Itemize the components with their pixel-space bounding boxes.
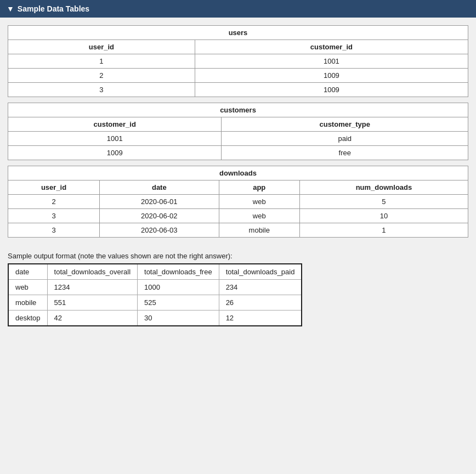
users-row2-customerid: 1009 [195, 69, 468, 83]
table-row: 3 1009 [8, 83, 468, 97]
output-row3-date: desktop [8, 311, 47, 326]
downloads-table-title: downloads [8, 166, 468, 180]
table-row: 1009 free [8, 146, 468, 160]
downloads-col-app: app [219, 180, 299, 195]
output-row2-paid: 26 [219, 295, 302, 311]
dl-row2-num: 10 [299, 209, 468, 223]
downloads-col-date: date [100, 180, 219, 195]
output-col-total-paid: total_downloads_paid [219, 264, 302, 280]
users-row1-customerid: 1001 [195, 54, 468, 69]
customers-row1-type: paid [222, 132, 468, 146]
table-row: 1001 paid [8, 132, 468, 146]
users-table: users user_id customer_id 1 1001 2 1009 … [8, 25, 468, 97]
output-col-total-overall: total_downloads_overall [47, 264, 137, 280]
users-col-customerid: customer_id [195, 40, 468, 54]
customers-row1-id: 1001 [8, 132, 222, 146]
section-title: Sample Data Tables [18, 4, 89, 13]
dl-row3-num: 1 [299, 223, 468, 238]
dl-row1-userid: 2 [8, 195, 100, 209]
users-row1-userid: 1 [8, 54, 195, 69]
dl-row2-userid: 3 [8, 209, 100, 223]
output-col-total-free: total_downloads_free [138, 264, 219, 280]
table-row: 3 2020-06-02 web 10 [8, 209, 468, 223]
table-row: mobile 551 525 26 [8, 295, 302, 311]
toggle-icon[interactable]: ▼ [7, 4, 14, 13]
downloads-col-numdownloads: num_downloads [299, 180, 468, 195]
output-row2-date: mobile [8, 295, 47, 311]
output-row2-free: 525 [138, 295, 219, 311]
downloads-table: downloads user_id date app num_downloads… [8, 166, 468, 238]
customers-table-title: customers [8, 103, 468, 117]
table-row: desktop 42 30 12 [8, 311, 302, 326]
dl-row3-app: mobile [219, 223, 299, 238]
sample-output-note: Sample output format (note the values sh… [8, 252, 468, 260]
output-row2-overall: 551 [47, 295, 137, 311]
content-area: users user_id customer_id 1 1001 2 1009 … [0, 18, 476, 334]
customers-row2-id: 1009 [8, 146, 222, 160]
dl-row3-userid: 3 [8, 223, 100, 238]
output-row1-paid: 234 [219, 280, 302, 295]
table-row: 3 2020-06-03 mobile 1 [8, 223, 468, 238]
output-row3-overall: 42 [47, 311, 137, 326]
dl-row2-date: 2020-06-02 [100, 209, 219, 223]
dl-row3-date: 2020-06-03 [100, 223, 219, 238]
output-row1-overall: 1234 [47, 280, 137, 295]
users-row3-customerid: 1009 [195, 83, 468, 97]
customers-row2-type: free [222, 146, 468, 160]
dl-row1-num: 5 [299, 195, 468, 209]
dl-row1-date: 2020-06-01 [100, 195, 219, 209]
dl-row2-app: web [219, 209, 299, 223]
dl-row1-app: web [219, 195, 299, 209]
customers-col-customertype: customer_type [222, 117, 468, 132]
tables-container: users user_id customer_id 1 1001 2 1009 … [8, 25, 468, 243]
sample-output-table: date total_downloads_overall total_downl… [8, 263, 302, 326]
customers-col-customerid: customer_id [8, 117, 222, 132]
table-row: 2 1009 [8, 69, 468, 83]
output-row3-free: 30 [138, 311, 219, 326]
table-row: 2 2020-06-01 web 5 [8, 195, 468, 209]
users-row2-userid: 2 [8, 69, 195, 83]
output-col-date: date [8, 264, 47, 280]
output-row3-paid: 12 [219, 311, 302, 326]
table-row: web 1234 1000 234 [8, 280, 302, 295]
downloads-col-userid: user_id [8, 180, 100, 195]
section-header: ▼ Sample Data Tables [0, 0, 476, 18]
users-table-title: users [8, 26, 468, 40]
table-row: 1 1001 [8, 54, 468, 69]
users-row3-userid: 3 [8, 83, 195, 97]
output-row1-free: 1000 [138, 280, 219, 295]
users-col-userid: user_id [8, 40, 195, 54]
customers-table: customers customer_id customer_type 1001… [8, 103, 468, 160]
output-row1-date: web [8, 280, 47, 295]
